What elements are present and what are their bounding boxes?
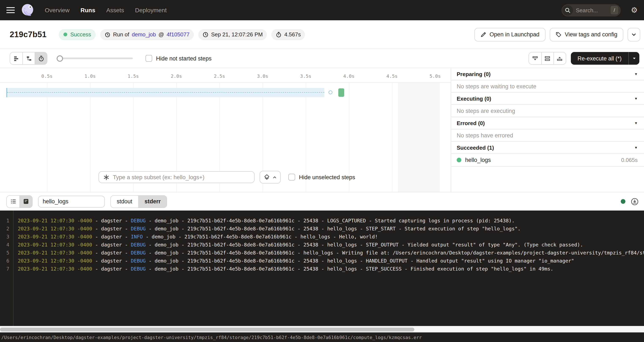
reexecute-all-button[interactable]: Re-execute all (*)	[571, 52, 628, 65]
gantt-planned-band	[6, 88, 324, 97]
axis-tick-label: 5.0s	[430, 74, 441, 79]
section-header[interactable]: Succeeded (1)▼	[451, 142, 644, 154]
axis-tick-label: 4.5s	[386, 74, 398, 79]
log-line-text: 2023-09-21 12:07:30 -0400 - dagster - DE…	[13, 249, 644, 257]
hide-unselected-checkbox-row[interactable]: Hide unselected steps	[288, 174, 355, 180]
log-line: 22023-09-21 12:07:30 -0400 - dagster - D…	[0, 225, 644, 233]
view-timed-button[interactable]	[35, 52, 47, 64]
graph-query-toggle-button[interactable]	[260, 171, 281, 184]
section-collapse-caret-icon[interactable]: ▼	[634, 96, 638, 100]
scrollbar-thumb[interactable]	[0, 328, 414, 332]
panel-collapse-bottom-button[interactable]	[529, 52, 541, 64]
log-file-path: /Users/erincochran/Desktop/dagster-examp…	[1, 334, 422, 340]
panel-expand-icon	[556, 55, 563, 62]
step-subset-field[interactable]	[98, 171, 254, 183]
log-line-number: 3	[0, 233, 13, 241]
code-version-link[interactable]: 4f105077	[166, 31, 190, 38]
status-badge: Success	[59, 29, 96, 40]
nav-right: / ⚙	[562, 4, 644, 16]
section-header[interactable]: Errored (0)▼	[451, 117, 644, 129]
tab-stderr[interactable]: stderr	[138, 196, 167, 207]
raw-log-view-icon	[23, 198, 29, 204]
panel-collapse-icon	[532, 55, 538, 62]
hide-not-started-checkbox-row[interactable]: Hide not started steps	[146, 55, 212, 62]
gear-icon[interactable]: ⚙	[631, 6, 638, 14]
search-input[interactable]	[573, 7, 610, 13]
view-flat-button[interactable]	[10, 52, 22, 64]
section-header[interactable]: Executing (0)▼	[451, 92, 644, 105]
menu-icon[interactable]	[6, 7, 15, 13]
status-dot	[64, 32, 67, 36]
job-link[interactable]: demo_job	[132, 31, 156, 38]
chevron-down-icon	[631, 32, 636, 37]
status-label: Success	[70, 31, 91, 38]
log-line-number: 2	[0, 225, 13, 233]
step-status-dot	[457, 158, 461, 162]
log-filter-input[interactable]	[38, 196, 105, 207]
axis-tick-label: 4.0s	[343, 74, 354, 79]
nav-item-runs[interactable]: Runs	[80, 7, 95, 14]
log-line-number: 4	[0, 241, 13, 249]
section-collapse-caret-icon[interactable]: ▼	[634, 72, 638, 76]
tab-stdout[interactable]: stdout	[111, 196, 138, 207]
log-line: 12023-09-21 12:07:30 -0400 - dagster - D…	[0, 217, 644, 225]
step-row[interactable]: hello_logs0.065s	[451, 154, 644, 166]
duration-tag: 4.567s	[272, 29, 305, 40]
hide-unselected-label: Hide unselected steps	[299, 174, 355, 180]
axis-tick-label: 3.5s	[300, 74, 312, 79]
log-horizontal-scrollbar[interactable]	[0, 326, 644, 332]
panel-split-button[interactable]	[541, 52, 553, 64]
log-capture-status-dot	[621, 199, 626, 204]
chevron-up-icon	[272, 175, 277, 180]
section-empty-message: No steps are waiting to execute	[451, 80, 644, 92]
section-title: Executing (0)	[457, 95, 491, 102]
log-line: 42023-09-21 12:07:30 -0400 - dagster - D…	[0, 241, 644, 249]
gantt-zoom-slider[interactable]	[57, 55, 133, 62]
log-line-number: 5	[0, 249, 13, 257]
clock-icon	[202, 32, 208, 38]
section-empty-message: No steps have errored	[451, 129, 644, 142]
section-header[interactable]: Preparing (0)▼	[451, 68, 644, 80]
axis-tick-label: 0.5s	[42, 74, 53, 79]
nav-item-assets[interactable]: Assets	[106, 7, 124, 14]
log-line: 72023-09-21 12:07:30 -0400 - dagster - D…	[0, 265, 644, 273]
layers-icon	[264, 174, 270, 180]
section-collapse-caret-icon[interactable]: ▼	[634, 121, 638, 125]
log-output[interactable]: 12023-09-21 12:07:30 -0400 - dagster - D…	[0, 210, 644, 326]
hide-not-started-label: Hide not started steps	[156, 55, 212, 62]
nav-item-deployment[interactable]: Deployment	[135, 7, 166, 14]
global-search[interactable]: /	[562, 4, 621, 16]
log-raw-view-button[interactable]	[20, 196, 32, 207]
reexecute-dropdown-button[interactable]	[628, 52, 639, 65]
download-log-icon[interactable]	[631, 198, 638, 205]
dagster-logo[interactable]	[20, 3, 35, 17]
gantt-dependency-line	[7, 92, 324, 92]
gantt-view-mode-group	[10, 52, 47, 65]
timestamp-label: Sep 21, 12:07:26 PM	[211, 31, 262, 38]
step-subset-input[interactable]	[113, 174, 250, 180]
view-waterfall-button[interactable]	[22, 52, 35, 64]
open-in-launchpad-button[interactable]: Open in Launchpad	[474, 28, 546, 41]
open-in-launchpad-label: Open in Launchpad	[490, 31, 540, 38]
nav-item-overview[interactable]: Overview	[45, 7, 70, 14]
log-line-text: 2023-09-21 12:07:30 -0400 - dagster - IN…	[13, 233, 378, 241]
hide-unselected-checkbox[interactable]	[288, 174, 295, 180]
slider-thumb[interactable]	[57, 55, 63, 62]
run-header-actions: Open in Launchpad View tags and config	[474, 28, 644, 41]
axis-tick-label: 2.5s	[214, 74, 225, 79]
log-list-view-button[interactable]	[7, 196, 20, 207]
run-of-prefix: Run of	[113, 31, 130, 38]
view-tags-config-button[interactable]: View tags and config	[550, 28, 623, 41]
top-nav: OverviewRunsAssetsDeployment / ⚙	[0, 0, 644, 20]
step-status-panel: Preparing (0)▼No steps are waiting to ex…	[451, 68, 644, 192]
log-line-text: 2023-09-21 12:07:30 -0400 - dagster - DE…	[13, 225, 520, 233]
log-view-mode-group	[6, 195, 32, 208]
hide-not-started-checkbox[interactable]	[146, 55, 152, 62]
run-actions-dropdown-button[interactable]	[628, 28, 640, 41]
status-bar: /Users/erincochran/Desktop/dagster-examp…	[0, 332, 644, 342]
gantt-step-bar[interactable]	[338, 88, 344, 97]
section-collapse-caret-icon[interactable]: ▼	[634, 146, 638, 150]
panel-expand-bottom-button[interactable]	[553, 52, 566, 64]
section-title: Preparing (0)	[457, 71, 490, 77]
axis-gridline	[90, 83, 90, 192]
